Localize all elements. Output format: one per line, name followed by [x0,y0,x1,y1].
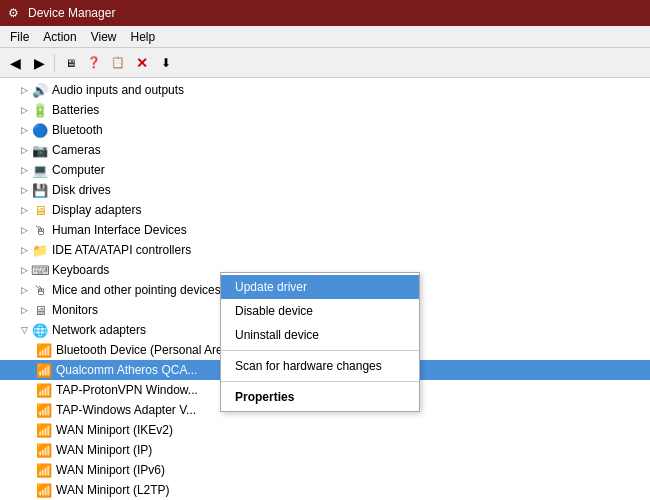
tree-item-display[interactable]: ▷ 🖥 Display adapters [0,200,650,220]
display-label: Display adapters [52,203,141,217]
tree-item-audio[interactable]: ▷ 🔊 Audio inputs and outputs [0,80,650,100]
expand-cameras[interactable]: ▷ [18,144,30,156]
tap-windows-icon: 📶 [36,402,52,418]
wan-ip-label: WAN Miniport (IP) [56,443,152,457]
tree-item-computer[interactable]: ▷ 💻 Computer [0,160,650,180]
expand-ide[interactable]: ▷ [18,244,30,256]
monitors-label: Monitors [52,303,98,317]
tree-item-disk[interactable]: ▷ 💾 Disk drives [0,180,650,200]
app-icon: ⚙ [8,6,22,20]
menu-file[interactable]: File [4,28,35,46]
tree-item-wan-ip[interactable]: 📶 WAN Miniport (IP) [0,440,650,460]
hid-label: Human Interface Devices [52,223,187,237]
batteries-label: Batteries [52,103,99,117]
wan-l2tp-icon: 📶 [36,482,52,498]
cameras-icon: 📷 [32,142,48,158]
mice-icon: 🖱 [32,282,48,298]
tree-item-wan-ipv6[interactable]: 📶 WAN Miniport (IPv6) [0,460,650,480]
ctx-update-driver[interactable]: Update driver [221,275,419,299]
expand-keyboards[interactable]: ▷ [18,264,30,276]
expand-display[interactable]: ▷ [18,204,30,216]
back-button[interactable]: ◀ [4,52,26,74]
tree-item-ide[interactable]: ▷ 📁 IDE ATA/ATAPI controllers [0,240,650,260]
monitors-icon: 🖥 [32,302,48,318]
ctx-disable-device[interactable]: Disable device [221,299,419,323]
cameras-label: Cameras [52,143,101,157]
wan-ikev2-label: WAN Miniport (IKEv2) [56,423,173,437]
computer-icon: 💻 [32,162,48,178]
expand-disk[interactable]: ▷ [18,184,30,196]
wan-ipv6-icon: 📶 [36,462,52,478]
expand-hid[interactable]: ▷ [18,224,30,236]
ide-label: IDE ATA/ATAPI controllers [52,243,191,257]
batteries-icon: 🔋 [32,102,48,118]
properties-button[interactable]: 🖥 [59,52,81,74]
expand-batteries[interactable]: ▷ [18,104,30,116]
bt-pan-icon: 📶 [36,342,52,358]
wan-ip-icon: 📶 [36,442,52,458]
keyboards-label: Keyboards [52,263,109,277]
toolbar: ◀ ▶ 🖥 ❓ 📋 ✕ ⬇ [0,48,650,78]
scan-button[interactable]: ❓ [83,52,105,74]
forward-button[interactable]: ▶ [28,52,50,74]
menu-view[interactable]: View [85,28,123,46]
wan-ikev2-icon: 📶 [36,422,52,438]
tree-item-wan-ikev2[interactable]: 📶 WAN Miniport (IKEv2) [0,420,650,440]
qualcomm-label: Qualcomm Atheros QCA... [56,363,197,377]
tree-item-batteries[interactable]: ▷ 🔋 Batteries [0,100,650,120]
tree-item-cameras[interactable]: ▷ 📷 Cameras [0,140,650,160]
menu-action[interactable]: Action [37,28,82,46]
tree-item-hid[interactable]: ▷ 🖱 Human Interface Devices [0,220,650,240]
audio-icon: 🔊 [32,82,48,98]
ctx-sep-1 [221,350,419,351]
expand-mice[interactable]: ▷ [18,284,30,296]
network-icon: 🌐 [32,322,48,338]
expand-bluetooth[interactable]: ▷ [18,124,30,136]
context-menu: Update driver Disable device Uninstall d… [220,272,420,412]
ctx-scan[interactable]: Scan for hardware changes [221,354,419,378]
expand-network[interactable]: ▽ [18,324,30,336]
tree-item-bluetooth[interactable]: ▷ 🔵 Bluetooth [0,120,650,140]
ide-icon: 📁 [32,242,48,258]
mice-label: Mice and other pointing devices [52,283,221,297]
qualcomm-icon: 📶 [36,362,52,378]
wan-l2tp-label: WAN Miniport (L2TP) [56,483,170,497]
title-bar: ⚙ Device Manager [0,0,650,26]
keyboards-icon: ⌨ [32,262,48,278]
update-driver-button[interactable]: 📋 [107,52,129,74]
hid-icon: 🖱 [32,222,48,238]
uninstall-button[interactable]: ✕ [131,52,153,74]
ctx-properties[interactable]: Properties [221,385,419,409]
action-button[interactable]: ⬇ [155,52,177,74]
display-icon: 🖥 [32,202,48,218]
wan-ipv6-label: WAN Miniport (IPv6) [56,463,165,477]
expand-audio[interactable]: ▷ [18,84,30,96]
expand-monitors[interactable]: ▷ [18,304,30,316]
ctx-uninstall-device[interactable]: Uninstall device [221,323,419,347]
title-bar-text: Device Manager [28,6,115,20]
tap-proton-label: TAP-ProtonVPN Window... [56,383,198,397]
tap-windows-label: TAP-Windows Adapter V... [56,403,196,417]
tap-proton-icon: 📶 [36,382,52,398]
main-content: ▷ 🔊 Audio inputs and outputs ▷ 🔋 Batteri… [0,78,650,500]
computer-label: Computer [52,163,105,177]
bluetooth-label: Bluetooth [52,123,103,137]
ctx-sep-2 [221,381,419,382]
expand-computer[interactable]: ▷ [18,164,30,176]
network-label: Network adapters [52,323,146,337]
disk-icon: 💾 [32,182,48,198]
tree-item-wan-l2tp[interactable]: 📶 WAN Miniport (L2TP) [0,480,650,500]
audio-label: Audio inputs and outputs [52,83,184,97]
menu-bar: File Action View Help [0,26,650,48]
disk-label: Disk drives [52,183,111,197]
menu-help[interactable]: Help [125,28,162,46]
device-tree[interactable]: ▷ 🔊 Audio inputs and outputs ▷ 🔋 Batteri… [0,78,650,500]
toolbar-sep-1 [54,54,55,72]
bluetooth-icon: 🔵 [32,122,48,138]
